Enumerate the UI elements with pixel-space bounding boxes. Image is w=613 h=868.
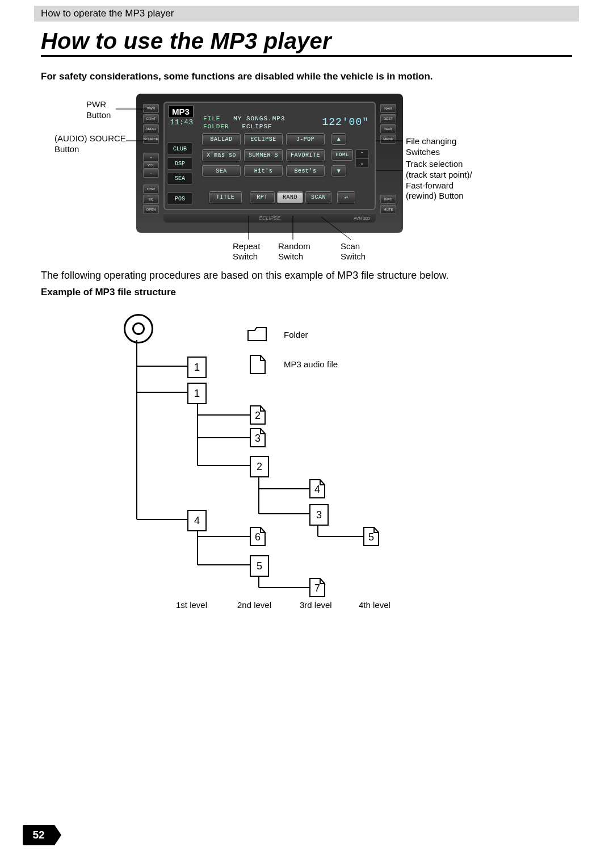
folder-node-1b: 1 <box>187 383 207 404</box>
hw-vol-up-button[interactable]: + <box>143 153 159 162</box>
file-node-2: 2 <box>250 405 266 425</box>
level-3-label: 3rd level <box>300 600 332 610</box>
tree-lines <box>114 309 431 610</box>
callout-file-changing: File changing Switches <box>406 136 456 158</box>
page-title: How to use the MP3 player <box>41 28 572 54</box>
folder-node-5: 5 <box>250 555 269 577</box>
section-header: How to operate the MP3 player <box>34 6 579 22</box>
hw-vol-down-button[interactable]: - <box>143 169 159 178</box>
clock-readout: 11:43 <box>170 119 194 127</box>
file-up-switch[interactable]: ▲ <box>331 133 346 145</box>
hw-navi2-button[interactable]: NAVI <box>380 124 396 133</box>
track-up-icon: ⌃ <box>356 150 368 159</box>
device-illustration: PWR CONT AUDIO SOURCE + VOL - DISP EQ OP… <box>136 94 403 233</box>
callout-random: Random Switch <box>278 241 310 262</box>
page-title-block: How to use the MP3 player <box>41 28 572 57</box>
hw-menu-button[interactable]: MENU <box>380 135 396 144</box>
callout-audio-source: (AUDIO) SOURCE Button <box>54 133 126 155</box>
hw-cont-button[interactable]: CONT <box>143 114 159 123</box>
preset-jpop[interactable]: J-POP <box>286 133 325 145</box>
legend-file-icon <box>250 355 266 374</box>
cat-club[interactable]: CLUB <box>167 142 193 155</box>
hw-disp-button[interactable]: DISP <box>143 184 159 194</box>
brand-name: ECLIPSE <box>259 215 280 221</box>
page-number-badge: 52 <box>23 825 54 845</box>
mode-badge: MP3 <box>168 105 194 118</box>
folder-node-2: 2 <box>250 456 269 477</box>
track-time: 122'00" <box>322 116 369 128</box>
repeat-switch[interactable]: RPT <box>250 191 275 203</box>
level-2-label: 2nd level <box>237 600 271 610</box>
brand-strip: ECLIPSE AVN 30D <box>163 213 376 223</box>
folder-name: ECLIPSE <box>242 123 272 130</box>
hw-mute-button[interactable]: MUTE <box>380 205 396 214</box>
cat-sea[interactable]: SEA <box>167 172 193 184</box>
track-selection-pad[interactable]: ⌃ ⌄ <box>355 149 369 167</box>
hw-dest-button[interactable]: DEST <box>380 114 396 123</box>
device-screen: MP3 11:43 FILE MY SONGS.MP3 FOLDER ECLIP… <box>163 102 376 210</box>
home-switch[interactable]: HOME <box>331 149 353 161</box>
callout-track-selection: Track selection (track start point)/ Fas… <box>406 159 472 202</box>
preset-bests[interactable]: Best's <box>286 165 325 177</box>
callout-repeat: Repeat Switch <box>233 241 260 262</box>
folder-node-1a: 1 <box>187 357 207 378</box>
preset-favorite[interactable]: FAVORITE <box>286 149 325 161</box>
hw-vol-label: VOL <box>143 162 159 169</box>
folder-node-4: 4 <box>187 510 207 531</box>
page-number: 52 <box>32 829 44 841</box>
file-node-4: 4 <box>309 479 325 498</box>
hw-pwr-button[interactable]: PWR <box>143 104 159 113</box>
hw-info-button[interactable]: INFO <box>380 195 396 204</box>
hw-navi-button[interactable]: NAVI <box>380 104 396 113</box>
file-node-6: 6 <box>250 527 266 546</box>
model-name: AVN 30D <box>354 216 370 220</box>
preset-sea[interactable]: SEA <box>202 165 241 177</box>
legend-folder-text: Folder <box>284 330 308 339</box>
example-subheading: Example of MP3 file structure <box>41 287 176 298</box>
legend-file-text: MP3 audio file <box>284 359 338 369</box>
preset-summer[interactable]: SUMMER S <box>244 149 283 161</box>
level-4-label: 4th level <box>359 600 391 610</box>
disc-root-icon <box>124 314 153 343</box>
hw-source-button[interactable]: SOURCE <box>143 135 159 144</box>
scan-switch[interactable]: SCAN <box>305 191 331 203</box>
track-down-icon: ⌄ <box>356 159 368 167</box>
intro-paragraph: The following operating procedures are b… <box>41 270 572 282</box>
hw-open-button[interactable]: OPEN <box>143 205 159 214</box>
safety-note: For safety considerations, some function… <box>41 71 572 82</box>
return-switch[interactable]: ↩ <box>337 191 355 203</box>
file-label: FILE <box>203 115 220 122</box>
callout-pwr: PWR Button <box>86 99 111 121</box>
file-structure-diagram: Folder MP3 audio file <box>114 309 431 610</box>
title-switch[interactable]: TITLE <box>209 191 242 203</box>
preset-xmas[interactable]: X'mas so <box>202 149 241 161</box>
file-node-3: 3 <box>250 428 266 447</box>
file-row: FILE MY SONGS.MP3 <box>203 115 285 122</box>
hw-audio-button[interactable]: AUDIO <box>143 124 159 133</box>
preset-ballad[interactable]: BALLAD <box>202 133 241 145</box>
hw-eq-button[interactable]: EQ <box>143 195 159 204</box>
folder-row: FOLDER ECLIPSE <box>203 123 272 130</box>
level-1-label: 1st level <box>176 600 207 610</box>
legend-folder-icon <box>247 326 267 341</box>
file-node-7: 7 <box>309 578 325 597</box>
callout-scan: Scan Switch <box>341 241 366 262</box>
preset-eclipse[interactable]: ECLIPSE <box>244 133 283 145</box>
cat-pos[interactable]: POS <box>167 192 193 205</box>
random-switch[interactable]: RAND <box>277 191 303 203</box>
preset-hits[interactable]: Hit's <box>244 165 283 177</box>
file-down-switch[interactable]: ▼ <box>331 165 346 177</box>
section-header-text: How to operate the MP3 player <box>41 8 174 19</box>
cat-dsp[interactable]: DSP <box>167 157 193 170</box>
file-node-5: 5 <box>363 527 379 546</box>
file-name: MY SONGS.MP3 <box>233 115 285 122</box>
folder-label: FOLDER <box>203 123 229 130</box>
folder-node-3: 3 <box>309 504 329 526</box>
